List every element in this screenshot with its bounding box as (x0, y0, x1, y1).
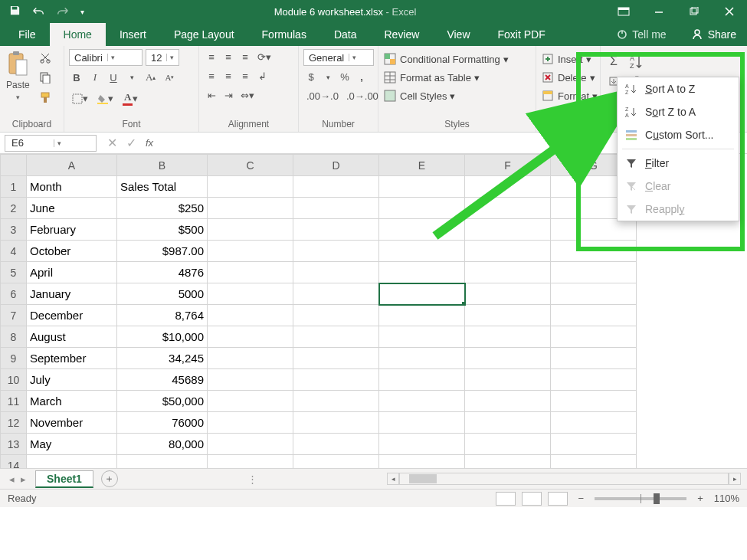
row-header[interactable]: 14 (1, 455, 27, 469)
cell[interactable] (208, 434, 293, 455)
cell[interactable] (293, 262, 379, 283)
underline-button[interactable]: U (106, 70, 121, 86)
tab-page-layout[interactable]: Page Layout (160, 23, 248, 46)
share-button[interactable]: Share (680, 23, 747, 46)
align-center-icon[interactable]: ≡ (221, 68, 236, 84)
cell[interactable] (208, 198, 293, 219)
italic-button[interactable]: I (87, 69, 103, 86)
cell[interactable]: $987.00 (117, 241, 208, 262)
align-left-icon[interactable]: ≡ (204, 68, 219, 84)
cell[interactable] (551, 348, 637, 369)
cell[interactable] (117, 455, 208, 469)
cell[interactable]: $10,000 (117, 326, 208, 348)
scroll-thumb[interactable] (409, 474, 437, 483)
col-header-a[interactable]: A (27, 155, 117, 176)
cell[interactable] (465, 391, 551, 412)
row-header[interactable]: 9 (1, 348, 27, 369)
cell[interactable] (293, 412, 379, 434)
cell[interactable] (379, 283, 465, 305)
row-header[interactable]: 3 (1, 219, 27, 241)
cell[interactable] (27, 455, 117, 469)
cell[interactable] (293, 434, 379, 455)
cell[interactable] (208, 176, 293, 198)
cell[interactable] (293, 326, 379, 348)
cell[interactable] (293, 198, 379, 219)
zoom-level[interactable]: 110% (714, 493, 739, 504)
cell[interactable]: May (27, 434, 117, 455)
cell[interactable]: June (27, 198, 117, 219)
align-middle-icon[interactable]: ≡ (221, 49, 236, 65)
row-header[interactable]: 12 (1, 412, 27, 434)
row-header[interactable]: 4 (1, 241, 27, 262)
tab-review[interactable]: Review (371, 23, 434, 46)
increase-indent-icon[interactable]: ⇥ (221, 87, 236, 103)
cell[interactable] (551, 305, 637, 326)
save-icon[interactable] (9, 5, 21, 18)
cell[interactable] (208, 283, 293, 305)
cell[interactable] (465, 412, 551, 434)
cut-icon[interactable] (36, 49, 54, 66)
cell[interactable] (465, 305, 551, 326)
view-page-break-icon[interactable] (548, 492, 568, 506)
paste-button[interactable]: Paste ▾ (5, 49, 31, 103)
conditional-formatting-button[interactable]: Conditional Formatting ▾ (383, 52, 509, 66)
cell[interactable]: 76000 (117, 412, 208, 434)
sheet-nav-prev-icon[interactable]: ◂ (9, 473, 15, 485)
font-name-select[interactable]: Calibri▾ (69, 49, 143, 66)
cell[interactable] (379, 391, 465, 412)
menu-custom-sort[interactable]: Custom Sort... (618, 123, 739, 146)
scroll-right-icon[interactable]: ▸ (729, 473, 741, 485)
row-header[interactable]: 6 (1, 283, 27, 305)
orientation-icon[interactable]: ⟳▾ (254, 49, 274, 65)
tab-formulas[interactable]: Formulas (248, 23, 320, 46)
cell[interactable] (293, 219, 379, 241)
horizontal-scrollbar[interactable]: ◂ ▸ (387, 473, 747, 485)
cancel-formula-icon[interactable]: ✕ (107, 136, 117, 150)
copy-icon[interactable] (36, 69, 54, 86)
cell[interactable] (465, 455, 551, 469)
close-button[interactable] (712, 0, 747, 23)
cell[interactable] (465, 348, 551, 369)
cell[interactable]: December (27, 305, 117, 326)
percent-format-icon[interactable]: % (337, 69, 352, 85)
zoom-slider[interactable] (595, 497, 686, 500)
align-top-icon[interactable]: ≡ (204, 49, 219, 65)
cell[interactable]: September (27, 348, 117, 369)
bold-button[interactable]: B (69, 70, 84, 86)
cell[interactable] (379, 369, 465, 391)
cell[interactable]: Month (27, 176, 117, 198)
cell[interactable] (551, 455, 637, 469)
tab-view[interactable]: View (433, 23, 483, 46)
sheet-nav-next-icon[interactable]: ▸ (21, 473, 26, 485)
cell[interactable] (379, 305, 465, 326)
decrease-indent-icon[interactable]: ⇤ (204, 87, 219, 103)
cell[interactable] (208, 412, 293, 434)
tell-me[interactable]: Tell me (603, 23, 680, 46)
cell[interactable]: April (27, 262, 117, 283)
cell[interactable]: 34,245 (117, 348, 208, 369)
tab-data[interactable]: Data (320, 23, 371, 46)
row-header[interactable]: 1 (1, 176, 27, 198)
cell[interactable]: Sales Total (117, 176, 208, 198)
cell[interactable]: January (27, 283, 117, 305)
cell[interactable] (379, 412, 465, 434)
cell[interactable] (293, 305, 379, 326)
cell[interactable] (465, 283, 551, 305)
decrease-decimal-icon[interactable]: .0→.00 (343, 88, 382, 104)
cell[interactable] (208, 369, 293, 391)
cell[interactable] (293, 348, 379, 369)
zoom-out-button[interactable]: − (574, 493, 589, 504)
cell[interactable] (551, 434, 637, 455)
row-header[interactable]: 8 (1, 326, 27, 348)
cell[interactable]: March (27, 391, 117, 412)
cell[interactable]: 8,764 (117, 305, 208, 326)
chevron-down-icon[interactable]: ▾ (124, 70, 139, 85)
col-header-c[interactable]: C (208, 155, 293, 176)
cell[interactable]: 5000 (117, 283, 208, 305)
cell[interactable] (551, 369, 637, 391)
row-header[interactable]: 7 (1, 305, 27, 326)
cell[interactable]: February (27, 219, 117, 241)
sheet-tab-active[interactable]: Sheet1 (35, 470, 93, 488)
accounting-format-icon[interactable]: $ (303, 69, 319, 85)
merge-center-icon[interactable]: ⇔▾ (238, 87, 257, 103)
